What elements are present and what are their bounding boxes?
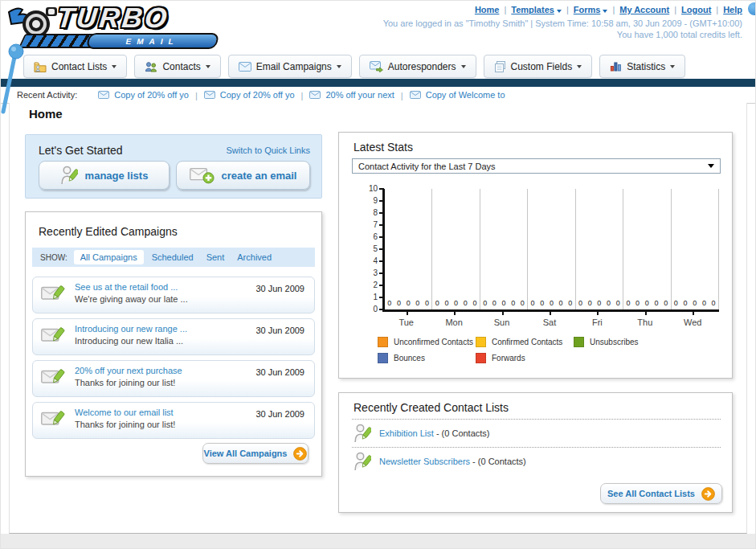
campaign-title-link[interactable]: Introducing our new range ... [75,324,187,334]
y-axis-label: 4 [353,256,378,266]
recent-activity-link[interactable]: Copy of Welcome to [426,90,505,100]
header-link-home[interactable]: Home [475,5,500,14]
manage-lists-button[interactable]: manage lists [39,161,170,190]
recent-activity-link[interactable]: 20% off your next [325,90,394,100]
campaign-title-link[interactable]: See us at the retail food ... [75,282,188,292]
header-link-my-account[interactable]: My Account [619,5,669,14]
recent-activity-item[interactable]: Copy of Welcome to [410,90,505,100]
caret-down-icon [337,65,341,68]
campaign-item[interactable]: 20% off your next purchaseThanks for joi… [32,360,315,397]
chevron-down-icon [708,164,714,168]
recent-activity-item[interactable]: 20% off your next [309,90,394,100]
get-started-panel: Let's Get Started Switch to Quick Links … [25,134,322,199]
chart-day-group: 00000 [385,189,432,309]
data-value-label: 0 [559,300,563,307]
filter-archived[interactable]: Archived [237,252,272,262]
data-value-label: 0 [521,300,525,307]
recent-activity-item[interactable]: Copy of 20% off yo [98,90,189,100]
y-axis-label: 10 [353,184,378,194]
help-bubble-icon[interactable] [748,2,756,15]
switch-to-quick-links[interactable]: Switch to Quick Links [226,145,310,155]
y-axis-label: 5 [353,244,378,254]
campaign-text: 20% off your next purchaseThanks for joi… [75,366,182,387]
envelope-small-icon [204,91,215,99]
tab-label: Email Campaigns [256,61,332,72]
contact-list-link[interactable]: Exhibition List [379,428,434,438]
tab-contact-lists[interactable]: Contact Lists [23,55,127,78]
legend-label: Unconfirmed Contacts [394,338,473,346]
campaign-list: See us at the retail food ...We're givin… [32,277,315,444]
view-all-campaigns-button[interactable]: View All Campaigns [202,443,309,464]
campaign-title-link[interactable]: Welcome to our email list [75,408,175,417]
header-link-forms[interactable]: Forms [574,5,608,14]
page-title: Home [29,107,63,121]
campaign-item[interactable]: Welcome to our email listThanks for join… [32,402,315,439]
recent-activity-item[interactable]: Copy of 20% off yo [204,90,295,100]
campaign-title-link[interactable]: 20% off your next purchase [75,366,182,375]
campaigns-panel: Recently Edited Campaigns SHOW: All Camp… [25,211,322,477]
legend-swatch [378,353,388,363]
legend-item: Unconfirmed Contacts [378,337,476,347]
campaign-filter-bar: SHOW: All CampaignsScheduledSentArchived [32,248,315,267]
data-value-label: 0 [693,300,697,307]
credits-info: You have 1,000 total credits left. [383,30,742,39]
y-axis-label: 9 [353,196,378,206]
legend-swatch [476,353,486,363]
view-all-campaigns-label: View All Campaigns [204,449,288,458]
data-value-label: 0 [492,300,497,307]
header-link-help[interactable]: Help [723,5,742,14]
stats-period-select[interactable]: Contact Activity for the Last 7 Days [352,158,721,174]
custom-fields-icon [494,61,506,72]
filter-sent[interactable]: Sent [206,252,225,262]
data-value-label: 0 [664,300,668,307]
latest-stats-title: Latest Stats [353,141,413,154]
envelope-pencil-icon [41,410,65,430]
data-value-label: 0 [635,300,640,307]
folder-icon [34,61,47,72]
campaign-subtitle: Thanks for joining our list! [75,378,182,387]
filter-all-campaigns[interactable]: All Campaigns [74,250,144,264]
x-axis-label: Fri [574,315,621,327]
main-nav: Contact ListsContactsEmail CampaignsAuto… [1,54,755,79]
legend-swatch [574,337,584,347]
tab-label: Custom Fields [511,61,573,72]
person-pencil-icon [60,165,78,186]
contact-list-item[interactable]: Exhibition List- (0 Contacts) [352,419,721,447]
tab-contacts[interactable]: Contacts [134,55,220,78]
contact-activity-chart: 109876543210 000000000000000000000000000… [352,184,721,333]
contact-list-link[interactable]: Newsletter Subscribers [379,457,470,466]
y-axis-label: 7 [353,220,378,230]
tab-autoresponders[interactable]: Autoresponders [359,55,476,78]
legend-label: Confirmed Contacts [492,338,562,346]
campaign-date: 30 Jun 2009 [255,409,304,419]
data-value-label: 0 [712,300,716,307]
campaign-item[interactable]: See us at the retail food ...We're givin… [32,277,315,313]
x-axis-label: Thu [621,315,668,327]
tab-custom-fields[interactable]: Custom Fields [484,55,593,78]
campaign-subtitle: We're giving away our late ... [75,294,188,304]
person-pencil-icon [353,451,371,472]
chart-day-group: 00000 [480,189,528,309]
contact-list-item[interactable]: Newsletter Subscribers- (0 Contacts) [352,447,721,475]
legend-swatch [476,337,486,347]
recent-activity-link[interactable]: Copy of 20% off yo [220,90,295,100]
x-axis-label: Tue [382,315,430,327]
filter-scheduled[interactable]: Scheduled [152,252,194,262]
data-value-label: 0 [568,300,572,307]
get-started-title: Let's Get Started [39,144,123,157]
recent-activity-link[interactable]: Copy of 20% off yo [114,90,189,100]
tab-email-campaigns[interactable]: Email Campaigns [228,55,352,78]
contact-lists-panel: Recently Created Contact Lists Exhibitio… [338,392,733,513]
logo-email-bar: EMAIL [86,33,219,49]
header-link-separator: | [674,5,676,14]
legend-item: Forwards [476,353,574,363]
campaigns-title: Recently Edited Campaigns [39,225,178,238]
header-link-logout[interactable]: Logout [681,5,711,14]
header-link-templates[interactable]: Templates [511,5,562,14]
data-value-label: 0 [597,300,601,307]
campaign-item[interactable]: Introducing our new range ...Introducing… [32,318,315,355]
see-all-contact-lists-button[interactable]: See All Contact Lists [600,483,722,504]
chart-day-group: 00000 [528,189,575,309]
tab-statistics[interactable]: Statistics [599,55,685,78]
create-email-button[interactable]: create an email [176,161,310,190]
